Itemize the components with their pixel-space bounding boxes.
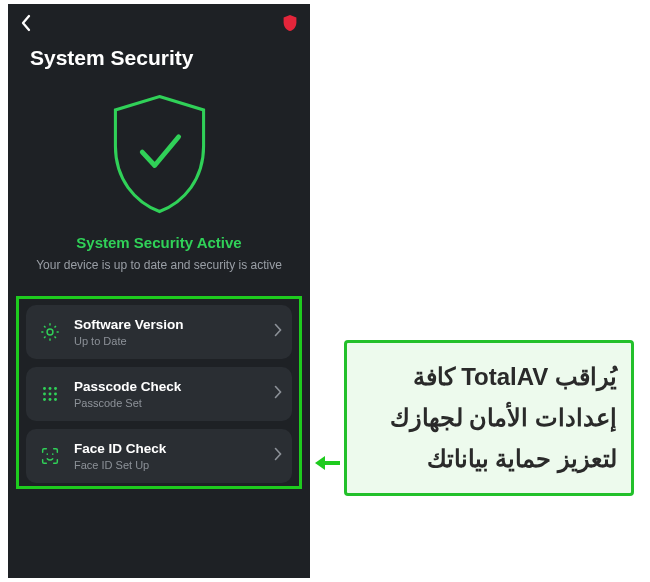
svg-point-8 bbox=[49, 398, 52, 401]
card-title: Software Version bbox=[74, 317, 262, 332]
chevron-right-icon bbox=[274, 385, 282, 403]
svg-point-1 bbox=[43, 387, 46, 390]
svg-point-4 bbox=[43, 393, 46, 396]
card-passcode-check[interactable]: Passcode Check Passcode Set bbox=[26, 367, 292, 421]
svg-marker-13 bbox=[315, 456, 325, 470]
svg-point-10 bbox=[46, 454, 48, 456]
card-sub: Passcode Set bbox=[74, 397, 262, 409]
card-title: Face ID Check bbox=[74, 441, 262, 456]
app-logo-icon bbox=[282, 14, 298, 36]
svg-point-0 bbox=[47, 329, 53, 335]
chevron-right-icon bbox=[274, 447, 282, 465]
page-title: System Security bbox=[8, 42, 310, 84]
svg-point-7 bbox=[43, 398, 46, 401]
shield-graphic bbox=[8, 84, 310, 234]
app-screen: System Security System Security Active Y… bbox=[8, 4, 310, 578]
shield-check-icon bbox=[102, 90, 217, 218]
status-title: System Security Active bbox=[8, 234, 310, 251]
gear-icon bbox=[38, 320, 62, 344]
annotation-arrow-icon bbox=[315, 454, 341, 472]
card-software-version[interactable]: Software Version Up to Date bbox=[26, 305, 292, 359]
faceid-icon bbox=[38, 444, 62, 468]
svg-point-2 bbox=[49, 387, 52, 390]
back-button[interactable] bbox=[20, 14, 32, 36]
card-sub: Up to Date bbox=[74, 335, 262, 347]
svg-point-9 bbox=[54, 398, 57, 401]
status-subtitle: Your device is up to date and security i… bbox=[8, 251, 310, 292]
keypad-icon bbox=[38, 382, 62, 406]
svg-point-6 bbox=[54, 393, 57, 396]
security-checks-highlight: Software Version Up to Date Passcode Che… bbox=[16, 296, 302, 489]
annotation-callout: يُراقب TotalAV كافة إعدادات الأمان لجهاز… bbox=[344, 340, 634, 496]
chevron-left-icon bbox=[20, 14, 32, 32]
svg-point-5 bbox=[49, 393, 52, 396]
top-bar bbox=[8, 4, 310, 42]
svg-point-11 bbox=[52, 454, 54, 456]
card-sub: Face ID Set Up bbox=[74, 459, 262, 471]
card-faceid-check[interactable]: Face ID Check Face ID Set Up bbox=[26, 429, 292, 483]
chevron-right-icon bbox=[274, 323, 282, 341]
card-title: Passcode Check bbox=[74, 379, 262, 394]
svg-point-3 bbox=[54, 387, 57, 390]
